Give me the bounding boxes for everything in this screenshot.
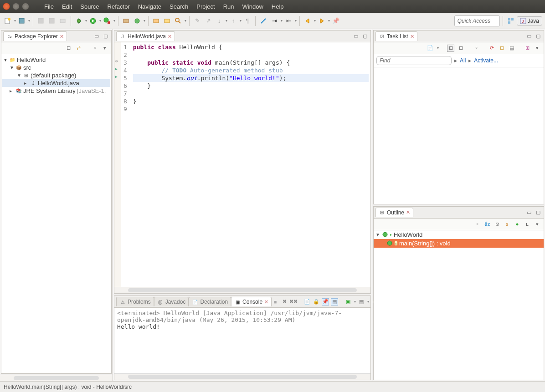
remove-all-icon[interactable]: ✖✖ [290, 298, 297, 305]
window-minimize-icon[interactable] [12, 3, 20, 10]
package-explorer-tab[interactable]: 🗂 Package Explorer ✕ [3, 31, 67, 41]
new-task-icon[interactable]: 📄 [427, 45, 434, 52]
prev-annotation-icon[interactable]: ↓ [214, 16, 224, 26]
terminate-icon[interactable]: ■ [272, 298, 279, 305]
step-into-icon[interactable]: ⇤ [283, 16, 293, 26]
hide-local-icon[interactable]: ʟ [524, 220, 531, 228]
last-edit-icon[interactable]: ↑ [228, 16, 238, 26]
minimize-icon[interactable]: ▭ [525, 209, 533, 216]
sort-icon[interactable]: a͋z [483, 220, 491, 228]
task-list-body[interactable] [374, 67, 544, 204]
filter-icon[interactable]: ⚬ [91, 45, 98, 52]
problems-tab[interactable]: ⚠ Problems [116, 297, 154, 306]
close-icon[interactable]: ✕ [406, 209, 410, 215]
run-last-icon[interactable] [102, 16, 112, 26]
menu-refactor[interactable]: Refactor [104, 2, 134, 11]
menu-window[interactable]: Window [239, 2, 267, 11]
java-file-node[interactable]: ▸ J HelloWorld.java [2, 79, 110, 87]
scroll-lock-icon[interactable]: 🔒 [313, 298, 320, 305]
display-console-icon[interactable]: ▣ [344, 298, 352, 305]
pin-console-icon[interactable]: 📌 [322, 298, 329, 305]
project-node[interactable]: ▼ 📁 HelloWorld [2, 56, 110, 64]
minimize-icon[interactable]: ▭ [93, 33, 100, 40]
menu-project[interactable]: Project [193, 2, 218, 11]
clear-console-icon[interactable]: 📄 [303, 298, 311, 305]
task-list-tab[interactable]: ☑ Task List ✕ [375, 31, 417, 41]
new-class-icon[interactable] [132, 16, 142, 26]
toggle-mark-icon[interactable]: ✎ [192, 16, 202, 26]
menu-source[interactable]: Source [77, 2, 103, 11]
outline-tab[interactable]: ⊟ Outline ✕ [375, 208, 413, 217]
close-icon[interactable]: ✕ [410, 34, 414, 40]
focus-icon[interactable]: ⚬ [473, 220, 481, 228]
java-perspective-button[interactable]: J Java [517, 16, 542, 25]
remove-launch-icon[interactable]: ✖ [281, 298, 288, 305]
hide-icon[interactable]: ▤ [508, 45, 515, 52]
console-output[interactable]: <terminated> HelloWorld [Java Applicatio… [114, 308, 370, 373]
categorize-icon[interactable]: ⊞ [447, 45, 454, 52]
open-type-icon[interactable] [151, 16, 161, 26]
minimize-icon[interactable]: ▭ [525, 33, 533, 40]
console-tab[interactable]: ▣ Console ✕ [231, 297, 272, 306]
task-activate-link[interactable]: Activate... [474, 57, 498, 64]
hide-nonpublic-icon[interactable]: ● [514, 220, 521, 228]
editor-tab[interactable]: J HelloWorld.java ✕ [116, 31, 175, 41]
task-find-input[interactable] [376, 56, 452, 65]
sync-icon[interactable]: ⟳ [488, 45, 495, 52]
code-editor[interactable]: 123456789 public class HelloWorld { publ… [114, 42, 370, 287]
outline-class-node[interactable]: ▼ ▸ HelloWorld [374, 230, 544, 239]
menu-run[interactable]: Run [220, 2, 238, 11]
new-icon[interactable] [3, 16, 13, 26]
editor-scrollbar[interactable] [114, 287, 370, 293]
back-nav-icon[interactable] [303, 16, 313, 26]
wand-icon[interactable] [258, 16, 268, 26]
window-maximize-icon[interactable] [22, 3, 29, 10]
menu-file[interactable]: File [41, 2, 57, 11]
quick-access-input[interactable] [454, 15, 500, 26]
declaration-tab[interactable]: 📄 Declaration [189, 297, 231, 306]
maximize-icon[interactable]: ▢ [361, 33, 369, 40]
view-menu-icon[interactable]: ▾ [534, 45, 541, 52]
jre-library-node[interactable]: ▸ 📚 JRE System Library [JavaSE-1. [2, 87, 110, 95]
scrollbar-horizontal[interactable] [0, 375, 113, 381]
quick-access[interactable] [454, 15, 500, 26]
javadoc-tab[interactable]: @ Javadoc [154, 297, 189, 306]
schedule-icon[interactable]: ⊟ [457, 45, 464, 52]
window-close-icon[interactable] [3, 3, 10, 10]
focus-icon[interactable]: ⚬ [473, 45, 480, 52]
menu-search[interactable]: Search [166, 2, 192, 11]
pin-icon[interactable]: 📌 [331, 16, 341, 26]
default-package-node[interactable]: ▼ ⊞ (default package) [2, 71, 110, 79]
collapse-icon[interactable]: ⊟ [498, 45, 505, 52]
menu-help[interactable]: Help [268, 2, 288, 11]
outline-tree[interactable]: ▼ ▸ HelloWorld s main(String[]) : void [374, 230, 544, 380]
print-icon[interactable] [58, 16, 68, 26]
show-whitespace-icon[interactable]: ¶ [242, 16, 252, 26]
save-all-icon[interactable] [17, 16, 27, 26]
open-perspective-icon[interactable] [506, 16, 516, 26]
link-editor-icon[interactable]: ⇄ [75, 45, 82, 52]
new-package-icon[interactable] [121, 16, 131, 26]
collapse-all-icon[interactable]: ⊟ [65, 45, 72, 52]
view-menu-icon[interactable]: ▾ [534, 220, 541, 228]
maximize-icon[interactable]: ▢ [102, 33, 109, 40]
close-icon[interactable]: ✕ [264, 299, 268, 305]
next-annotation-icon[interactable]: ↗ [203, 16, 213, 26]
maximize-icon[interactable]: ▢ [535, 209, 542, 216]
minimize-icon[interactable]: ▭ [352, 33, 360, 40]
menu-edit[interactable]: Edit [58, 2, 76, 11]
close-icon[interactable]: ✕ [60, 34, 64, 40]
show-console-icon[interactable]: ▤ [331, 298, 338, 305]
open-task-icon[interactable] [162, 16, 172, 26]
search-icon[interactable] [173, 16, 183, 26]
outline-method-node[interactable]: s main(String[]) : void [374, 239, 544, 248]
debug-icon[interactable] [74, 16, 84, 26]
maximize-icon[interactable]: ▢ [535, 33, 542, 40]
task-all-link[interactable]: All [460, 57, 466, 64]
hide-fields-icon[interactable]: ⊘ [494, 220, 501, 228]
menu-navigate[interactable]: Navigate [134, 2, 165, 11]
run-icon[interactable] [88, 16, 98, 26]
console-scrollbar[interactable] [114, 373, 370, 380]
step-icon[interactable]: ⇥ [269, 16, 279, 26]
hide-static-icon[interactable]: s [504, 220, 511, 228]
